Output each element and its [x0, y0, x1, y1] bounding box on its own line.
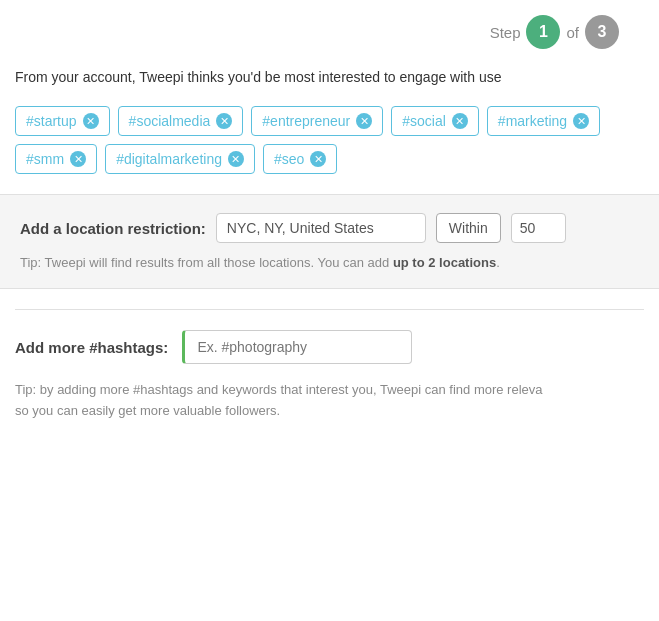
location-input[interactable] [216, 213, 426, 243]
tag-seo: #seo ✕ [263, 144, 337, 174]
tag-entrepreneur: #entrepreneur ✕ [251, 106, 383, 136]
step-total-circle: 3 [585, 15, 619, 49]
tag-social: #social ✕ [391, 106, 479, 136]
tag-startup: #startup ✕ [15, 106, 110, 136]
step-label: Step [490, 24, 521, 41]
tag-remove-startup[interactable]: ✕ [83, 113, 99, 129]
page-description: From your account, Tweepi thinks you'd b… [0, 67, 659, 88]
tag-digitalmarketing: #digitalmarketing ✕ [105, 144, 255, 174]
hashtag-input[interactable] [182, 330, 412, 364]
miles-input[interactable] [511, 213, 566, 243]
bottom-tip: Tip: by adding more #hashtags and keywor… [0, 380, 659, 422]
tag-remove-seo[interactable]: ✕ [310, 151, 326, 167]
divider [15, 309, 644, 310]
tag-remove-social[interactable]: ✕ [452, 113, 468, 129]
tag-remove-smm[interactable]: ✕ [70, 151, 86, 167]
add-hashtags-label: Add more #hashtags: [15, 339, 168, 356]
tag-socialmedia: #socialmedia ✕ [118, 106, 244, 136]
tag-remove-marketing[interactable]: ✕ [573, 113, 589, 129]
tag-remove-entrepreneur[interactable]: ✕ [356, 113, 372, 129]
location-section: Add a location restriction: Within Tip: … [0, 194, 659, 289]
step-of-label: of [566, 24, 579, 41]
location-label: Add a location restriction: [20, 220, 206, 237]
tag-smm: #smm ✕ [15, 144, 97, 174]
tag-marketing: #marketing ✕ [487, 106, 600, 136]
location-row: Add a location restriction: Within [20, 213, 639, 243]
tags-container: #startup ✕ #socialmedia ✕ #entrepreneur … [0, 106, 659, 174]
location-tip: Tip: Tweepi will find results from all t… [20, 255, 639, 270]
tag-remove-socialmedia[interactable]: ✕ [216, 113, 232, 129]
within-button[interactable]: Within [436, 213, 501, 243]
step-current-circle: 1 [526, 15, 560, 49]
step-indicator: Step 1 of 3 [0, 15, 659, 49]
add-hashtags-section: Add more #hashtags: [0, 330, 659, 364]
tag-remove-digitalmarketing[interactable]: ✕ [228, 151, 244, 167]
